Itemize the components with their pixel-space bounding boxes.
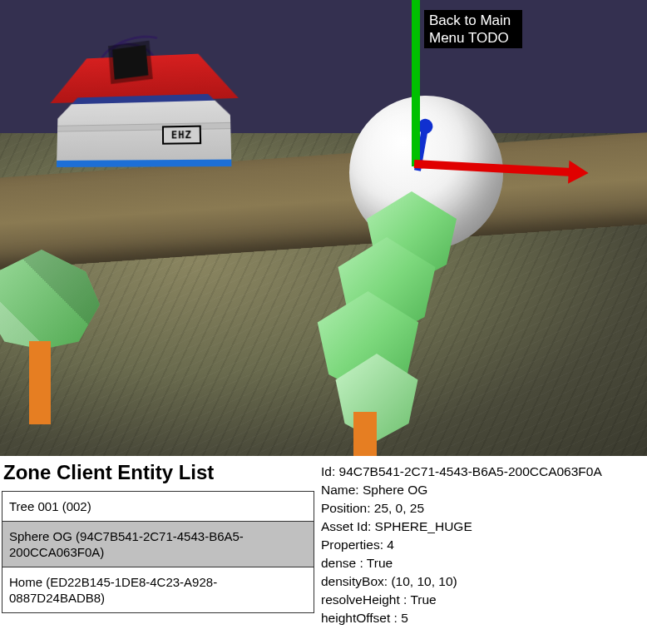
detail-prop-densitybox: densityBox: (10, 10, 10) (321, 572, 642, 591)
entity-details-column: Id: 94C7B541-2C71-4543-B6A5-200CCA063F0A… (314, 456, 647, 644)
tree-trunk (29, 341, 51, 424)
back-to-main-button[interactable]: Back to Main Menu TODO (424, 10, 522, 48)
house-body (57, 93, 231, 167)
entity-panel: Zone Client Entity List Tree 001 (002) S… (0, 456, 647, 644)
entity-list: Tree 001 (002) Sphere OG (94C7B541-2C71-… (2, 491, 314, 613)
detail-prop-dense: dense : True (321, 554, 642, 572)
detail-prop-heightoffset: heightOffset : 5 (321, 609, 642, 627)
detail-name: Name: Sphere OG (321, 481, 642, 499)
entity-tree[interactable] (0, 250, 100, 349)
entity-list-column: Zone Client Entity List Tree 001 (002) S… (0, 456, 314, 644)
detail-asset-id: Asset Id: SPHERE_HUGE (321, 518, 642, 536)
entity-list-item[interactable]: Home (ED22B145-1DE8-4C23-A928-0887D24BAD… (2, 567, 314, 613)
crystal-trunk (353, 412, 377, 456)
gizmo-y-axis[interactable] (412, 0, 420, 166)
detail-properties-count: Properties: 4 (321, 536, 642, 554)
entity-list-item[interactable]: Tree 001 (002) (2, 492, 314, 522)
entity-home[interactable]: EHZ (49, 47, 241, 167)
detail-id: Id: 94C7B541-2C71-4543-B6A5-200CCA063F0A (321, 463, 642, 481)
tree-canopy (0, 250, 100, 349)
house-sign-label: EHZ (162, 126, 201, 145)
detail-position: Position: 25, 0, 25 (321, 499, 642, 518)
crystal-cluster (266, 191, 457, 441)
detail-prop-resolveheight: resolveHeight : True (321, 591, 642, 609)
panel-title: Zone Client Entity List (3, 461, 314, 484)
game-viewport[interactable]: EHZ Back to Main Menu TODO (0, 0, 647, 456)
entity-list-item[interactable]: Sphere OG (94C7B541-2C71-4543-B6A5-200CC… (2, 522, 314, 567)
house-chimney (112, 45, 148, 79)
